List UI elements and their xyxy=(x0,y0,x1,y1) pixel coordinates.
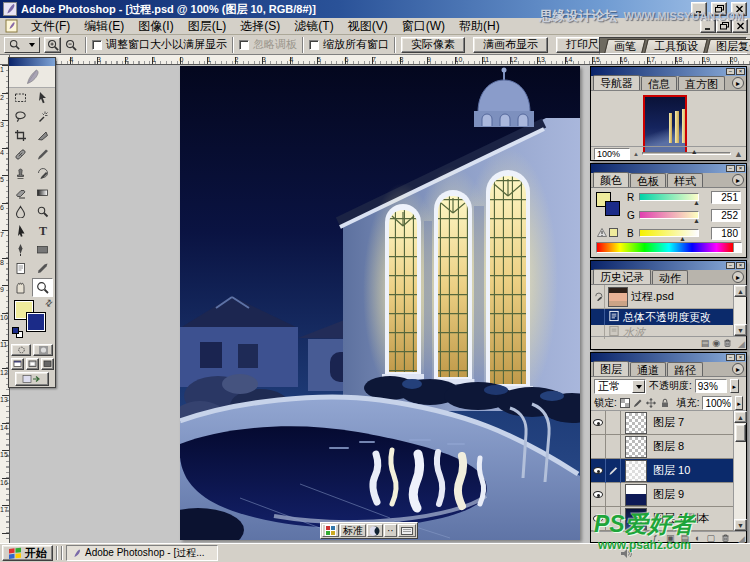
tool-history-brush[interactable] xyxy=(32,164,53,183)
tab-history[interactable]: 历史记录 xyxy=(593,269,651,284)
layer-thumbnail[interactable] xyxy=(625,484,647,506)
actual-pixels-button[interactable]: 实际像素 xyxy=(401,37,465,53)
background-color-swatch[interactable] xyxy=(26,312,46,332)
palette-minimize-icon[interactable]: − xyxy=(726,354,735,361)
scroll-up-icon[interactable]: ▲ xyxy=(734,411,747,423)
blend-dropdown-button[interactable] xyxy=(632,380,645,393)
tab-histogram[interactable]: 直方图 xyxy=(678,76,725,90)
tool-path-selection[interactable] xyxy=(10,221,31,240)
navigator-zoom-field[interactable]: 100% xyxy=(594,148,630,160)
photoshop-task-button[interactable]: Adobe Photoshop - [过程... xyxy=(66,545,218,561)
history-brush-source-cell[interactable] xyxy=(593,285,605,308)
palette-menu-button[interactable]: ▸ xyxy=(732,363,744,375)
zoom-in-button[interactable] xyxy=(44,37,61,53)
layer-thumbnail[interactable] xyxy=(625,412,647,434)
tool-crop[interactable] xyxy=(10,126,31,145)
menu-select[interactable]: 选择(S) xyxy=(233,17,287,36)
palette-menu-button[interactable]: ▸ xyxy=(732,271,744,283)
horizontal-ruler[interactable]: 5432101234567891011121314151617181920 xyxy=(0,55,750,65)
palette-close-icon[interactable]: × xyxy=(736,262,745,269)
palette-menu-button[interactable]: ▸ xyxy=(732,174,744,186)
menu-window[interactable]: 窗口(W) xyxy=(395,17,452,36)
palette-minimize-icon[interactable]: − xyxy=(726,165,735,172)
scroll-down-icon[interactable]: ▼ xyxy=(734,519,747,531)
palette-close-icon[interactable]: × xyxy=(736,165,745,172)
lock-all-icon[interactable] xyxy=(659,397,669,409)
navigator-zoom-slider[interactable]: ▲ xyxy=(642,152,731,155)
layer-row-selected[interactable]: 图层 10 xyxy=(591,459,746,483)
quick-mask-mode-button[interactable] xyxy=(33,344,53,356)
white-chip[interactable] xyxy=(733,243,741,252)
lock-position-icon[interactable] xyxy=(646,397,656,409)
opacity-arrow-button[interactable]: ▸ xyxy=(730,379,739,393)
zoom-out-mountain-icon[interactable]: ▲ xyxy=(633,151,639,157)
menu-view[interactable]: 视图(V) xyxy=(341,17,395,36)
tool-eraser[interactable] xyxy=(10,183,31,202)
new-layer-icon[interactable]: ▢ xyxy=(706,533,715,543)
tool-gradient[interactable] xyxy=(32,183,53,202)
tool-preset-picker[interactable] xyxy=(4,37,40,53)
fill-field[interactable]: 100% xyxy=(702,396,732,410)
layers-scrollbar[interactable]: ▲ ▼ xyxy=(733,411,746,531)
tool-shape[interactable] xyxy=(32,240,53,259)
menu-edit[interactable]: 编辑(E) xyxy=(77,17,131,36)
tool-hand[interactable] xyxy=(10,278,31,297)
layer-thumbnail[interactable] xyxy=(625,436,647,458)
history-state-label[interactable]: 总体不透明度更改 xyxy=(623,310,711,325)
palette-close-icon[interactable]: × xyxy=(736,68,745,75)
visibility-cell[interactable] xyxy=(591,435,606,459)
snapshot-name[interactable]: 过程.psd xyxy=(631,289,674,304)
fill-arrow-button[interactable]: ▸ xyxy=(735,396,743,410)
tool-type[interactable]: T xyxy=(32,221,53,240)
tool-notes[interactable] xyxy=(10,259,31,278)
opacity-field[interactable]: 93% xyxy=(695,379,727,393)
tool-marquee[interactable] xyxy=(10,88,31,107)
swap-colors-icon[interactable]: ⇄ xyxy=(43,297,55,309)
menu-help[interactable]: 帮助(H) xyxy=(452,17,507,36)
fullscreen-button[interactable] xyxy=(41,358,54,370)
jump-to-imageready-button[interactable] xyxy=(15,372,49,386)
well-tab-tool-presets[interactable]: 工具预设 xyxy=(644,39,707,53)
layer-name[interactable]: 图层 10 xyxy=(653,463,690,478)
resize-window-checkbox[interactable]: 调整窗口大小以满屏显示 xyxy=(92,37,227,52)
green-slider-thumb[interactable]: ▲ xyxy=(693,217,700,224)
zoom-all-windows-checkbox[interactable]: 缩放所有窗口 xyxy=(309,37,389,52)
lock-transparency-icon[interactable] xyxy=(620,397,630,409)
layer-row[interactable]: 图层 8 xyxy=(591,435,746,459)
palette-minimize-icon[interactable]: − xyxy=(726,262,735,269)
tab-info[interactable]: 信息 xyxy=(641,76,677,90)
toolbox-title-bar[interactable] xyxy=(9,58,55,66)
green-slider-track[interactable] xyxy=(639,211,699,219)
standard-screen-button[interactable] xyxy=(11,358,24,370)
tool-blur[interactable] xyxy=(10,202,31,221)
layer-row[interactable]: 图层 7 xyxy=(591,411,746,435)
fullscreen-menubar-button[interactable] xyxy=(26,358,39,370)
layer-name[interactable]: 图层 7 xyxy=(653,415,684,430)
tab-actions[interactable]: 动作 xyxy=(652,270,688,284)
tool-brush[interactable] xyxy=(32,145,53,164)
eye-icon[interactable] xyxy=(593,467,603,474)
palette-menu-button[interactable]: ▸ xyxy=(732,77,744,89)
scroll-up-icon[interactable]: ▲ xyxy=(734,285,747,297)
visibility-cell[interactable] xyxy=(591,459,606,483)
history-state-well[interactable] xyxy=(593,309,605,325)
layer-row[interactable]: 图层 9 xyxy=(591,483,746,507)
tool-zoom[interactable] xyxy=(32,278,53,297)
history-snapshot-row[interactable]: 过程.psd xyxy=(591,285,746,309)
fit-on-screen-button[interactable]: 满画布显示 xyxy=(473,37,548,53)
menu-file[interactable]: 文件(F) xyxy=(24,17,77,36)
visibility-cell[interactable] xyxy=(591,483,606,507)
zoom-out-button[interactable] xyxy=(62,37,79,53)
lock-pixels-icon[interactable] xyxy=(633,397,643,409)
tab-color[interactable]: 颜色 xyxy=(593,172,629,187)
visibility-cell[interactable] xyxy=(591,411,606,435)
history-scrollbar[interactable]: ▲ ▼ xyxy=(733,285,746,336)
menu-filter[interactable]: 滤镜(T) xyxy=(287,17,340,36)
tool-dodge[interactable] xyxy=(32,202,53,221)
well-tab-brushes[interactable]: 画笔 xyxy=(604,39,645,53)
tool-eyedropper[interactable] xyxy=(32,259,53,278)
default-colors-icon[interactable] xyxy=(12,327,24,339)
layer-name[interactable]: 图层 9 xyxy=(653,487,684,502)
checkbox-icon[interactable] xyxy=(92,40,102,50)
red-slider-track[interactable] xyxy=(639,193,699,201)
